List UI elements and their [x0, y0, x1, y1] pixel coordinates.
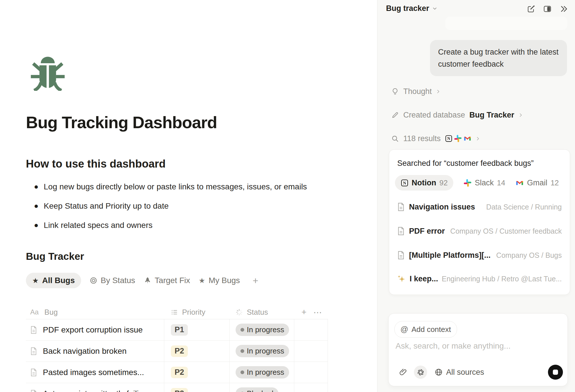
attachment-icon[interactable] — [399, 368, 407, 376]
bullet-icon: ● — [26, 221, 44, 230]
text-icon: Aa — [30, 308, 39, 316]
priority-badge[interactable]: P2 — [171, 367, 188, 378]
column-header-status[interactable]: Status — [230, 308, 294, 317]
priority-badge[interactable]: P2 — [171, 388, 188, 392]
document-page: Bug Tracking Dashboard How to use this d… — [0, 0, 377, 392]
page-icon — [30, 326, 37, 334]
faded-previous-message — [445, 17, 567, 30]
stop-button[interactable] — [548, 365, 563, 380]
panel-toggle-icon[interactable] — [543, 5, 552, 13]
column-label: Priority — [182, 308, 205, 317]
star-icon: ★ — [32, 277, 39, 284]
chat-input[interactable] — [395, 341, 557, 351]
column-header-priority[interactable]: Priority — [164, 308, 230, 317]
notion-logo-icon: N — [401, 179, 408, 187]
add-context-button[interactable]: @ Add context — [394, 321, 457, 338]
list-icon — [171, 309, 178, 316]
status-dot-icon — [240, 349, 244, 353]
pencil-icon — [391, 111, 399, 119]
notion-window: Bug Tracking Dashboard How to use this d… — [0, 0, 575, 392]
thought-step[interactable]: Thought — [391, 87, 440, 96]
table-row[interactable]: Back navigation broken P2 In progress — [26, 341, 328, 362]
bug-title: Back navigation broken — [43, 347, 127, 356]
bullet-text: Keep Status and Priority up to date — [44, 201, 169, 211]
double-chevron-right-icon[interactable] — [559, 5, 568, 13]
table-row[interactable]: Pasted images sometimes... P2 In progres… — [26, 362, 328, 383]
page-icon — [30, 390, 37, 392]
ai-assistant-panel: Bug tracker — [377, 0, 575, 392]
table-row[interactable]: PDF export corruption issue P1 In progre… — [26, 319, 328, 341]
status-dot-icon — [240, 328, 244, 332]
view-tab-by-status[interactable]: By Status — [90, 276, 135, 285]
rocket-icon — [144, 277, 151, 284]
add-view-button[interactable]: + — [249, 275, 258, 286]
priority-badge[interactable]: P1 — [171, 324, 188, 336]
source-tab-notion[interactable]: N Notion 92 — [395, 175, 453, 191]
all-sources-button[interactable]: All sources — [435, 368, 484, 377]
compose-icon[interactable] — [527, 5, 535, 13]
svg-text:N: N — [447, 136, 450, 141]
view-tab-label: My Bugs — [209, 276, 240, 285]
user-message-bubble: Create a bug tracker with the latest cus… — [430, 40, 567, 76]
view-tab-label: All Bugs — [42, 276, 75, 285]
notion-logo-icon: N — [445, 135, 452, 142]
openai-logo-icon — [417, 368, 425, 376]
how-to-list: ● Log new bugs directly below or paste l… — [26, 177, 342, 235]
status-badge[interactable]: In progress — [236, 345, 289, 357]
search-result-row[interactable]: I keep... Engineering Hub / Retro @Last … — [397, 273, 562, 285]
view-tab-all-bugs[interactable]: ★ All Bugs — [26, 273, 81, 288]
view-tab-target-fix[interactable]: Target Fix — [144, 276, 190, 285]
list-item: ● Log new bugs directly below or paste l… — [26, 177, 342, 196]
chevron-right-icon — [436, 89, 440, 94]
slack-logo-icon — [454, 135, 462, 142]
sparkles-icon — [397, 275, 405, 283]
status-badge[interactable]: Blocked — [236, 387, 278, 392]
slack-logo-icon — [464, 179, 471, 187]
bullet-icon: ● — [26, 201, 44, 210]
lightbulb-icon — [391, 88, 399, 95]
chevron-right-icon — [476, 137, 480, 141]
bullet-icon: ● — [26, 182, 44, 191]
status-badge[interactable]: In progress — [236, 366, 289, 378]
column-label: Bug — [44, 308, 58, 317]
priority-badge[interactable]: P2 — [171, 345, 188, 357]
bug-title: Pasted images sometimes... — [43, 368, 144, 377]
page-icon — [30, 347, 37, 355]
svg-text:N: N — [403, 180, 406, 185]
search-result-row[interactable]: [Multiple Platforms][... Company OS / Bu… — [397, 249, 562, 261]
source-tab-slack[interactable]: Slack 14 — [464, 178, 505, 187]
search-results-step[interactable]: 118 results N — [391, 134, 480, 143]
status-badge[interactable]: In progress — [236, 324, 289, 336]
spinner-icon — [236, 309, 243, 316]
chevron-down-icon — [432, 6, 437, 11]
assistant-header[interactable]: Bug tracker — [386, 4, 437, 13]
table-header-row: Aa Bug Priority — [26, 305, 328, 319]
page-title: Bug Tracking Dashboard — [26, 113, 217, 132]
add-column-button[interactable]: + — [301, 307, 307, 317]
table-row[interactable]: Autosave intermittently failing P2 Block… — [26, 383, 328, 392]
search-results-card: Searched for “customer feedback bugs” N … — [389, 149, 570, 295]
created-database-step[interactable]: Created database Bug Tracker — [391, 110, 523, 120]
model-picker-button[interactable] — [414, 366, 427, 379]
stop-icon — [553, 370, 558, 375]
source-tab-gmail[interactable]: Gmail 12 — [515, 178, 559, 187]
search-result-row[interactable]: Navigation issues Data Science / Running — [397, 201, 562, 213]
search-icon — [391, 135, 399, 143]
page-icon — [30, 368, 37, 376]
how-to-heading: How to use this dashboard — [26, 158, 166, 170]
view-tab-my-bugs[interactable]: ★ My Bugs — [199, 276, 240, 285]
page-icon — [397, 251, 405, 260]
status-dot-icon — [240, 370, 244, 374]
bug-title: Autosave intermittently failing — [43, 389, 148, 392]
bug-icon — [29, 53, 67, 91]
chat-composer[interactable]: @ Add context — [388, 313, 568, 386]
bug-title: PDF export corruption issue — [43, 325, 143, 335]
database-view-tabs: ★ All Bugs By Status — [26, 272, 258, 289]
view-tab-label: By Status — [101, 276, 135, 285]
bullet-text: Link related specs and owners — [44, 221, 152, 230]
search-result-row[interactable]: PDF error Company OS / Customer feedback — [397, 225, 562, 237]
table-options-button[interactable]: ⋯ — [314, 307, 323, 317]
globe-icon — [435, 368, 443, 376]
assistant-title: Bug tracker — [386, 4, 429, 13]
column-header-bug[interactable]: Aa Bug — [26, 308, 164, 317]
